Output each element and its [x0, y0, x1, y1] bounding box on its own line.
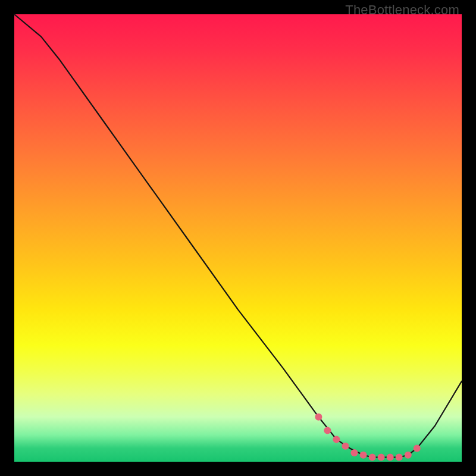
valley-marker: [324, 427, 331, 434]
valley-marker: [360, 452, 367, 459]
valley-marker: [342, 443, 349, 450]
chart-frame: TheBottleneck.com: [0, 0, 476, 476]
plot-area: [14, 14, 462, 462]
valley-marker: [351, 449, 358, 456]
valley-marker: [405, 452, 412, 459]
valley-marker: [378, 454, 385, 461]
valley-marker: [387, 454, 394, 461]
valley-marker: [369, 454, 376, 461]
valley-marker: [333, 436, 340, 443]
curve-svg: [14, 14, 462, 462]
valley-markers-group: [315, 414, 420, 461]
valley-marker: [414, 444, 421, 452]
bottleneck-curve: [14, 14, 462, 458]
valley-marker: [396, 454, 403, 461]
valley-marker: [315, 414, 322, 421]
